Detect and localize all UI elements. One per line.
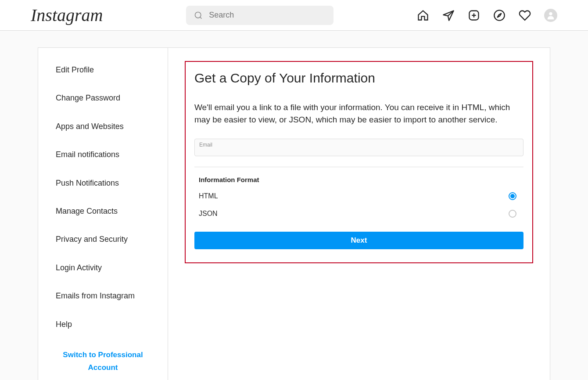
format-option-json-label: JSON (199, 210, 218, 218)
nav-icons (417, 9, 557, 22)
format-option-html-label: HTML (199, 192, 218, 200)
sidebar-item-edit-profile[interactable]: Edit Profile (38, 56, 168, 84)
svg-line-1 (200, 17, 202, 18)
sidebar-item-login-activity[interactable]: Login Activity (38, 254, 168, 282)
format-option-json[interactable]: JSON (194, 210, 523, 218)
new-post-icon[interactable] (468, 9, 480, 22)
radio-json[interactable] (509, 210, 516, 218)
svg-point-0 (195, 12, 201, 18)
page-description: We'll email you a link to a file with yo… (194, 101, 523, 125)
settings-sidebar: Edit Profile Change Password Apps and We… (38, 48, 168, 380)
highlighted-region: Get a Copy of Your Information We'll ema… (185, 61, 533, 263)
svg-point-8 (549, 12, 552, 15)
search-box[interactable] (186, 6, 333, 25)
page-title: Get a Copy of Your Information (194, 71, 523, 86)
sidebar-item-email-notifications[interactable]: Email notifications (38, 140, 168, 168)
radio-html[interactable] (509, 192, 516, 200)
search-icon (194, 11, 203, 20)
svg-marker-7 (497, 13, 501, 17)
format-label: Information Format (194, 176, 523, 183)
email-label: Email (199, 142, 519, 148)
sidebar-item-emails-instagram[interactable]: Emails from Instagram (38, 282, 168, 310)
divider (194, 167, 523, 167)
messenger-icon[interactable] (442, 9, 455, 22)
settings-container: Edit Profile Change Password Apps and We… (38, 47, 550, 380)
email-field[interactable]: Email (194, 139, 523, 156)
profile-avatar[interactable] (544, 9, 557, 22)
switch-professional-link[interactable]: Switch to Professional Account (38, 338, 168, 380)
sidebar-item-change-password[interactable]: Change Password (38, 84, 168, 112)
user-icon (546, 11, 556, 20)
activity-icon[interactable] (519, 9, 531, 22)
top-header: Instagram (0, 0, 588, 31)
main-panel: Get a Copy of Your Information We'll ema… (168, 48, 550, 380)
instagram-logo[interactable]: Instagram (31, 5, 103, 25)
home-icon[interactable] (417, 9, 429, 22)
svg-point-6 (494, 10, 504, 20)
explore-icon[interactable] (493, 9, 506, 22)
sidebar-item-apps-websites[interactable]: Apps and Websites (38, 112, 168, 140)
sidebar-item-privacy-security[interactable]: Privacy and Security (38, 225, 168, 253)
search-input[interactable] (209, 11, 326, 20)
next-button[interactable]: Next (194, 232, 523, 249)
sidebar-item-push-notifications[interactable]: Push Notifications (38, 169, 168, 197)
sidebar-item-manage-contacts[interactable]: Manage Contacts (38, 197, 168, 225)
format-option-html[interactable]: HTML (194, 192, 523, 200)
sidebar-item-help[interactable]: Help (38, 310, 168, 338)
